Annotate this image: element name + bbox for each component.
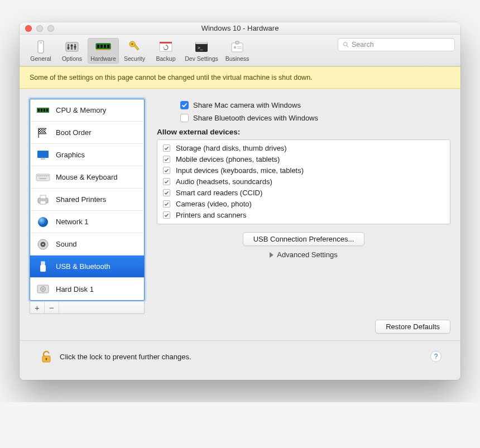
device-label: Storage (hard disks, thumb drives): [176, 144, 287, 152]
svg-rect-39: [41, 158, 45, 160]
toolbar-item-general[interactable]: General: [25, 38, 56, 64]
search-input[interactable]: [352, 41, 450, 49]
device-label: Smart card readers (CCID): [176, 189, 262, 197]
close-window-button[interactable]: [25, 25, 32, 32]
toolbar: General Options Hardware Security: [20, 35, 460, 66]
svg-point-60: [42, 288, 44, 290]
hardware-icon: [95, 39, 112, 55]
sidebar-item-label: CPU & Memory: [56, 106, 106, 114]
sidebar-item-usb-bluetooth[interactable]: USB & Bluetooth: [30, 256, 144, 278]
sidebar-item-label: Mouse & Keyboard: [56, 173, 118, 181]
device-row-mobile[interactable]: Mobile devices (phones, tablets): [163, 153, 444, 165]
svg-rect-17: [134, 45, 139, 50]
svg-rect-24: [236, 41, 239, 44]
device-row-cameras[interactable]: Cameras (video, photo): [163, 198, 444, 209]
device-row-audio[interactable]: Audio (headsets, soundcards): [163, 176, 444, 187]
svg-rect-32: [41, 109, 42, 112]
share-bluetooth-checkbox[interactable]: [180, 114, 189, 122]
svg-rect-38: [37, 151, 49, 158]
usb-connection-preferences-button[interactable]: USB Connection Preferences...: [243, 232, 365, 246]
share-camera-row[interactable]: Share Mac camera with Windows: [180, 101, 450, 109]
sidebar-item-shared-printers[interactable]: Shared Printers: [30, 189, 144, 211]
svg-rect-46: [46, 175, 47, 176]
toolbar-item-label: Options: [62, 55, 82, 62]
device-checkbox[interactable]: [163, 211, 170, 219]
printer-icon: [36, 192, 50, 207]
toolbar-item-label: Hardware: [90, 55, 116, 62]
sidebar-item-boot-order[interactable]: Boot Order: [30, 122, 144, 144]
add-button[interactable]: +: [30, 302, 45, 314]
svg-rect-7: [71, 45, 73, 46]
svg-rect-41: [37, 175, 39, 176]
device-checkbox[interactable]: [163, 200, 170, 208]
svg-rect-1: [40, 42, 42, 44]
sidebar-item-graphics[interactable]: Graphics: [30, 144, 144, 166]
lock-icon[interactable]: [39, 349, 54, 364]
svg-rect-57: [40, 265, 46, 272]
sidebar-item-network-1[interactable]: Network 1: [30, 211, 144, 233]
device-row-storage[interactable]: Storage (hard disks, thumb drives): [163, 142, 444, 153]
toolbar-item-hardware[interactable]: Hardware: [88, 38, 119, 64]
svg-point-16: [131, 43, 133, 45]
share-camera-label: Share Mac camera with Windows: [193, 101, 301, 109]
hardware-sidebar: CPU & Memory Boot Order Graphics Mouse &…: [30, 99, 145, 301]
advanced-settings-disclosure[interactable]: Advanced Settings: [157, 251, 450, 259]
options-icon: [64, 39, 80, 55]
warning-banner: Some of the settings on this page cannot…: [20, 66, 460, 89]
window-title: Windows 10 - Hardware: [201, 24, 279, 32]
search-field[interactable]: [338, 38, 455, 51]
sidebar-item-label: Hard Disk 1: [56, 285, 94, 293]
device-row-smartcard[interactable]: Smart card readers (CCID): [163, 187, 444, 198]
svg-rect-45: [44, 175, 45, 176]
remove-button[interactable]: −: [45, 302, 59, 314]
sidebar-item-label: Boot Order: [56, 128, 92, 137]
sidebar-item-cpu-memory[interactable]: CPU & Memory: [30, 99, 144, 122]
sidebar-item-sound[interactable]: Sound: [30, 233, 144, 256]
svg-rect-6: [68, 47, 70, 49]
toolbar-item-label: Backup: [156, 55, 175, 62]
minimize-window-button[interactable]: [36, 25, 43, 32]
flag-icon: [36, 126, 50, 140]
toolbar-item-dev-settings[interactable]: >_ Dev Settings: [181, 38, 222, 64]
share-camera-checkbox[interactable]: [180, 101, 189, 109]
device-checkbox[interactable]: [163, 189, 170, 196]
svg-line-29: [347, 45, 348, 47]
speaker-icon: [36, 237, 50, 252]
keyboard-icon: [36, 170, 50, 185]
svg-rect-21: [195, 42, 208, 44]
device-checkbox[interactable]: [163, 178, 170, 185]
toolbar-item-security[interactable]: Security: [119, 38, 150, 64]
terminal-icon: >_: [193, 39, 210, 55]
device-checkbox[interactable]: [163, 156, 170, 163]
allow-external-devices-title: Allow external devices:: [157, 128, 450, 136]
toolbar-item-options[interactable]: Options: [56, 38, 88, 64]
search-icon: [343, 41, 349, 48]
external-devices-list: Storage (hard disks, thumb drives) Mobil…: [157, 139, 450, 224]
device-checkbox[interactable]: [163, 167, 170, 174]
device-checkbox[interactable]: [163, 144, 170, 152]
share-bluetooth-row[interactable]: Share Bluetooth devices with Windows: [180, 114, 450, 122]
help-button[interactable]: ?: [430, 351, 441, 362]
sidebar-item-hard-disk-1[interactable]: Hard Disk 1: [30, 278, 144, 300]
svg-point-55: [42, 243, 44, 245]
display-icon: [36, 148, 50, 162]
svg-rect-3: [68, 44, 69, 50]
titlebar: Windows 10 - Hardware: [20, 22, 460, 35]
backup-icon: [157, 39, 174, 55]
device-row-printers[interactable]: Printers and scanners: [163, 209, 444, 220]
share-bluetooth-label: Share Bluetooth devices with Windows: [193, 114, 318, 122]
sidebar-item-mouse-keyboard[interactable]: Mouse & Keyboard: [30, 166, 144, 189]
sidebar-item-label: Graphics: [56, 151, 85, 159]
toolbar-item-backup[interactable]: Backup: [150, 38, 181, 64]
device-label: Mobile devices (phones, tablets): [176, 155, 280, 163]
globe-icon: [36, 215, 50, 229]
toolbar-item-business[interactable]: Business: [222, 38, 253, 64]
svg-rect-47: [47, 175, 49, 176]
disclosure-triangle-icon: [270, 252, 273, 258]
toolbar-item-label: General: [30, 55, 51, 62]
security-key-icon: [126, 39, 143, 55]
svg-point-52: [38, 217, 48, 227]
restore-defaults-button[interactable]: Restore Defaults: [375, 320, 450, 334]
device-row-input[interactable]: Input devices (keyboards, mice, tablets): [163, 165, 444, 176]
zoom-window-button[interactable]: [47, 25, 54, 32]
